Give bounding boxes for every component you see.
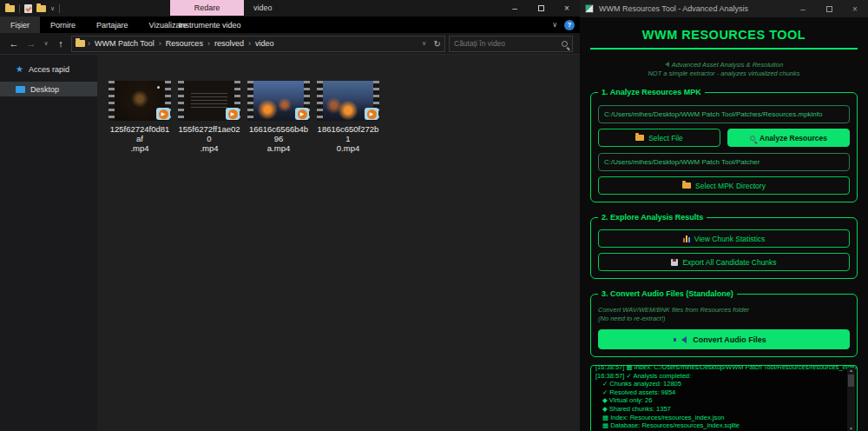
forward-button[interactable]: → (24, 38, 38, 49)
file-tile[interactable]: ▶ 16616c6566b4b96a.mp4 (247, 81, 310, 431)
play-overlay-icon[interactable]: ▶ (365, 108, 378, 120)
file-tile[interactable]: ▶ 18616c650f272b10.mp4 (317, 81, 379, 431)
file-name[interactable]: 155f6272ff1ae020.mp4 (178, 124, 240, 153)
breadcrumb-segment[interactable]: video (253, 39, 276, 48)
play-overlay-icon[interactable]: ▶ (295, 108, 309, 120)
breadcrumb-segment[interactable]: WWM Patch Tool (93, 39, 156, 48)
chevron-right-icon: › (248, 39, 251, 48)
section-explore-results: 2. Explore Analysis Results View Chunk S… (590, 217, 858, 279)
window-title: video (253, 0, 273, 16)
ribbon-right-controls: ∨ ? (552, 17, 575, 33)
help-icon[interactable]: ? (564, 20, 575, 30)
button-label: Export All Candidate Chunks (682, 258, 776, 267)
folder-icon[interactable] (5, 5, 15, 12)
mpkinfo-path-input[interactable] (598, 105, 850, 123)
file-name-line: .mp4 (178, 143, 240, 153)
file-name-line: 0.mp4 (317, 143, 379, 153)
back-button[interactable]: ← (7, 38, 21, 49)
refresh-icon[interactable]: ↻ (434, 39, 441, 49)
section-convert-audio: 3. Convert Audio Files (Standalone) Conv… (590, 294, 858, 357)
log-console[interactable]: [16:38:57] ▦ Index: C:/Users/mihes/Deskt… (590, 365, 858, 431)
tab-fisier[interactable]: Fișier (0, 17, 40, 33)
log-line: ✓ Chunks analyzed: 12805 (595, 380, 843, 388)
note-line: Convert WAV/WEM/BNK files from Resources… (598, 306, 850, 315)
breadcrumb-segment[interactable]: resolved (213, 39, 246, 48)
mpk-directory-input[interactable] (598, 153, 850, 171)
title-underline (590, 48, 858, 50)
address-bar: ← → ∨ ↑ › WWM Patch Tool › Resources › r… (0, 33, 580, 55)
sidebar-item-quick-access[interactable]: ★ Acces rapid (0, 62, 97, 76)
up-button[interactable]: ↑ (54, 38, 68, 49)
log-scrollbar[interactable]: ▲ ▼ (847, 368, 855, 431)
file-name[interactable]: 18616c650f272b10.mp4 (317, 124, 379, 153)
quick-access-toolbar: ∨ (0, 4, 60, 13)
scroll-down-icon[interactable]: ▼ (849, 426, 853, 431)
search-icon[interactable] (562, 41, 568, 47)
chevron-down-icon[interactable]: ∨ (50, 5, 55, 11)
file-name[interactable]: 16616c6566b4b96a.mp4 (247, 124, 310, 153)
maximize-icon (826, 6, 832, 12)
scrollbar-thumb[interactable] (848, 375, 854, 387)
tab-instrumente-video[interactable]: Instrumente video (170, 17, 250, 33)
button-label: Select MPK Directory (695, 182, 766, 190)
properties-icon[interactable] (24, 4, 32, 13)
minimize-button[interactable]: – (502, 0, 528, 17)
sidebar-item-desktop[interactable]: Desktop (0, 82, 97, 96)
folder-icon (635, 135, 644, 141)
minimize-button[interactable]: – (790, 0, 816, 17)
play-icon: ▶ (367, 109, 377, 119)
convert-audio-files-button[interactable]: Convert Audio Files (598, 329, 850, 349)
address-dropdown-icon[interactable]: ∨ (420, 40, 429, 47)
select-file-button[interactable]: Select File (598, 129, 720, 147)
close-button[interactable]: × (554, 0, 580, 17)
scroll-up-icon[interactable]: ▲ (849, 368, 853, 374)
desktop-icon (16, 86, 25, 93)
window-controls: – × (502, 0, 580, 17)
breadcrumb-segment[interactable]: Resources (164, 39, 205, 48)
contextual-tab-redare[interactable]: Redare (170, 0, 244, 16)
section-title: 3. Convert Audio Files (Standalone) (598, 289, 737, 298)
video-thumbnail[interactable]: ▶ (108, 81, 171, 121)
file-tile[interactable]: ▶ 125f62724f0d81af.mp4 (108, 81, 171, 431)
file-actions-row: Select File Analyze Resources (598, 129, 850, 147)
subtitle-text: Advanced Asset Analysis & Resolution (672, 61, 783, 69)
page-title: WWM RESOURCES TOOL (590, 28, 858, 42)
tab-pornire[interactable]: Pornire (40, 17, 86, 33)
recent-locations-icon[interactable]: ∨ (42, 40, 50, 47)
star-icon: ★ (16, 64, 23, 74)
file-name-line: a.mp4 (247, 143, 310, 153)
export-candidate-chunks-button[interactable]: Export All Candidate Chunks (598, 253, 850, 271)
bar-chart-icon (683, 235, 690, 242)
log-line: ◆ Virtual only: 26 (595, 396, 843, 405)
breadcrumb[interactable]: › WWM Patch Tool › Resources › resolved … (71, 36, 445, 52)
view-chunk-statistics-button[interactable]: View Chunk Statistics (598, 229, 850, 248)
speaker-icon (681, 336, 687, 343)
analyze-resources-button[interactable]: Analyze Resources (727, 129, 850, 147)
log-line: [16:38:57] ▦ Index: C:/Users/mihes/Deskt… (595, 365, 843, 372)
file-list: ▶ 125f62724f0d81af.mp4 ▶ 155f6272ff1ae02… (97, 55, 580, 431)
convert-note: Convert WAV/WEM/BNK files from Resources… (598, 306, 850, 322)
video-thumbnail[interactable]: ▶ (317, 81, 379, 121)
address-right-controls: ∨ ↻ (420, 39, 441, 49)
play-overlay-icon[interactable]: ▶ (156, 108, 170, 120)
ribbon-collapse-icon[interactable]: ∨ (552, 21, 557, 29)
video-thumbnail[interactable]: ▶ (178, 81, 240, 121)
play-overlay-icon[interactable]: ▶ (226, 108, 240, 120)
log-line: ✓ Resolved assets: 9854 (595, 388, 843, 397)
close-button[interactable]: × (842, 0, 868, 17)
note-line: (No need to re-extract!) (598, 315, 850, 323)
search-box[interactable] (449, 36, 573, 52)
file-tile[interactable]: ▶ 155f6272ff1ae020.mp4 (178, 81, 240, 431)
search-input[interactable] (454, 39, 562, 48)
file-name[interactable]: 125f62724f0d81af.mp4 (108, 124, 171, 153)
new-folder-icon[interactable] (36, 5, 46, 12)
explorer-window: ∨ Redare video – × Fișier Pornire Partaj… (0, 0, 580, 431)
select-mpk-directory-button[interactable]: Select MPK Directory (598, 176, 850, 195)
sidebar-item-label: Desktop (30, 85, 59, 94)
video-thumbnail[interactable]: ▶ (247, 81, 310, 121)
maximize-button[interactable] (816, 0, 842, 17)
explorer-body: ★ Acces rapid Desktop ▶ 125f62724f0d81af… (0, 55, 580, 431)
play-icon: ▶ (228, 109, 238, 119)
maximize-button[interactable] (528, 0, 554, 17)
tab-partajare[interactable]: Partajare (86, 17, 139, 33)
